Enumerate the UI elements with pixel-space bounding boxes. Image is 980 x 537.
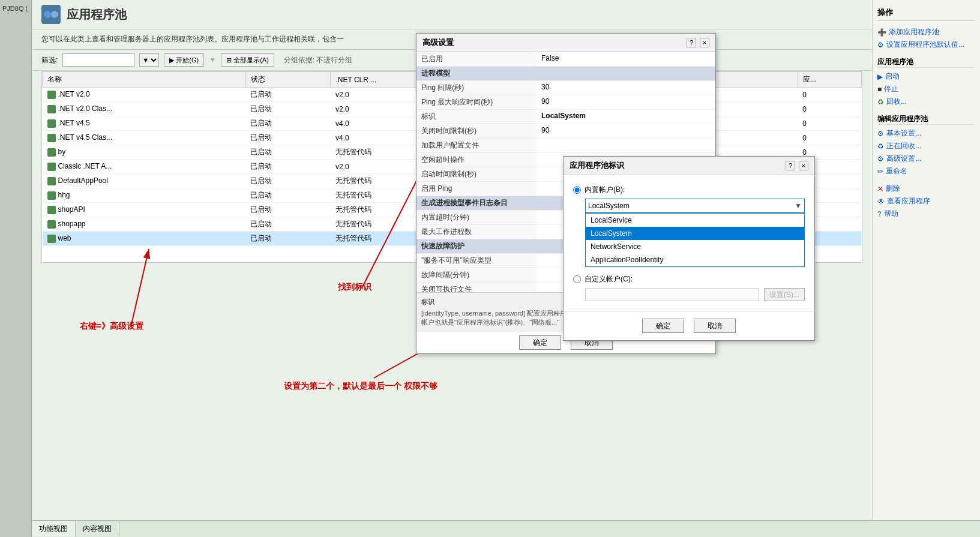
right-sidebar: 操作 ➕ 添加应用程序池 ⚙ 设置应用程序池默认值... 应用程序池 ▶ 启动 …	[872, 0, 980, 537]
cell-name: by	[43, 145, 246, 160]
view-icon: 👁	[877, 197, 885, 206]
cell-status: 已启动	[245, 145, 331, 160]
dialog-row: 已启用False	[416, 52, 715, 67]
cell-apps: 0	[798, 102, 861, 116]
recycling-link[interactable]: ♻ 正在回收...	[877, 140, 975, 152]
filter-dropdown[interactable]: ▼	[139, 53, 159, 67]
custom-input-area: 设置(S)...	[585, 288, 805, 301]
dropdown-item-localservice[interactable]: LocalService	[586, 214, 804, 227]
annotation-right-click: 右键=》高级设置	[80, 321, 143, 332]
cell-name: .NET v4.5	[43, 116, 246, 131]
right-panel-title: 操作	[877, 5, 975, 21]
identity-dialog-close-btn[interactable]: ×	[799, 161, 808, 170]
custom-label: 自定义帐户(C):	[585, 274, 633, 284]
svg-point-0	[44, 11, 51, 18]
cell-apps: 0	[798, 88, 861, 102]
advanced-dialog-close-btn[interactable]: ×	[700, 38, 709, 47]
cell-apps: 0	[798, 131, 861, 145]
cell-status: 已启动	[245, 203, 331, 217]
dropdown-header[interactable]: LocalSystem ▼	[585, 199, 805, 213]
recycle-link[interactable]: ♻ 回收...	[877, 95, 975, 108]
col-apps[interactable]: 应...	[798, 72, 861, 88]
set-button[interactable]: 设置(S)...	[764, 288, 805, 301]
cell-status: 已启动	[245, 160, 331, 174]
cell-name: shopapp	[43, 217, 246, 232]
identity-dialog-help-btn[interactable]: ?	[786, 161, 795, 170]
dialog-row: 标识LocalSystem	[416, 110, 715, 124]
svg-point-1	[51, 11, 58, 18]
content-view-tab[interactable]: 内容视图	[76, 521, 119, 536]
advanced-dialog-help-btn[interactable]: ?	[687, 38, 696, 47]
recycle-icon: ♻	[877, 98, 884, 106]
dialog-row: 加载用户配置文件	[416, 139, 715, 153]
left-strip: PJD8Q (	[0, 0, 32, 537]
identity-ok-btn[interactable]: 确定	[642, 319, 684, 333]
dialog-controls: ? ×	[687, 38, 709, 47]
dialog-section-header: 进程模型	[416, 67, 715, 81]
stop-link[interactable]: ■ 停止	[877, 83, 975, 95]
main-content: 应用程序池 您可以在此页上查看和管理服务器上的应用程序池列表。应用程序池与工作进…	[32, 0, 980, 537]
cell-status: 已启动	[245, 188, 331, 203]
filter-label: 筛选:	[41, 55, 58, 65]
add-icon: ➕	[877, 28, 886, 37]
cell-status: 已启动	[245, 131, 331, 145]
settings-icon: ⚙	[877, 41, 884, 49]
identity-cancel-btn[interactable]: 取消	[694, 319, 736, 333]
col-status[interactable]: 状态	[245, 72, 331, 88]
dropdown-list: LocalService LocalSystem NetworkService …	[585, 213, 805, 267]
col-name[interactable]: 名称	[43, 72, 246, 88]
help-link[interactable]: ? 帮助	[877, 208, 975, 220]
feature-view-tab[interactable]: 功能视图	[32, 521, 76, 536]
dialog-row: 关闭时间限制(秒)90	[416, 124, 715, 139]
dropdown-item-localsystem[interactable]: LocalSystem	[586, 227, 804, 240]
page-header: 应用程序池	[32, 0, 980, 29]
cell-status: 已启动	[245, 174, 331, 188]
builtin-label: 内置帐户(B):	[585, 185, 625, 195]
advanced-ok-btn[interactable]: 确定	[519, 335, 561, 350]
rename-icon: ✏	[877, 167, 883, 176]
dropdown-arrow-icon: ▼	[795, 202, 802, 210]
show-all-button[interactable]: ⊞ 全部显示(A)	[221, 53, 274, 67]
cell-name: shopAPI	[43, 203, 246, 217]
cell-name: .NET v2.0	[43, 88, 246, 102]
start-button[interactable]: ▶ 开始(G)	[164, 53, 204, 67]
filter-input[interactable]	[62, 53, 134, 67]
builtin-radio[interactable]	[573, 186, 581, 194]
dropdown-item-apppoolidentity[interactable]: ApplicationPoolIdentity	[586, 253, 804, 266]
identity-dialog: 应用程序池标识 ? × 内置帐户(B): LocalSystem	[563, 156, 815, 341]
view-apps-link[interactable]: 👁 查看应用程序	[877, 195, 975, 208]
dialog-row: Ping 间隔(秒)30	[416, 81, 715, 95]
custom-radio[interactable]	[573, 275, 581, 283]
builtin-radio-item: 内置帐户(B):	[573, 185, 805, 195]
pool-section-title: 应用程序池	[877, 57, 975, 68]
start-link[interactable]: ▶ 启动	[877, 70, 975, 83]
rename-link[interactable]: ✏ 重命名	[877, 165, 975, 178]
play-icon: ▶	[169, 56, 174, 64]
cell-status: 已启动	[245, 217, 331, 232]
custom-input[interactable]	[585, 288, 759, 301]
basic-settings-link[interactable]: ⚙ 基本设置...	[877, 127, 975, 140]
delete-link[interactable]: ✕ 删除	[877, 182, 975, 195]
group-by-label: 分组依据: 不进行分组	[284, 55, 353, 65]
settings-icon-3: ⚙	[877, 155, 884, 163]
cell-name: .NET v4.5 Clas...	[43, 131, 246, 145]
identity-dialog-controls: ? ×	[786, 161, 808, 170]
app-pool-header-icon	[41, 5, 61, 24]
set-defaults-link[interactable]: ⚙ 设置应用程序池默认值...	[877, 38, 975, 51]
cell-status: 已启动	[245, 116, 331, 131]
stop-icon: ■	[877, 85, 882, 94]
dropdown-item-networkservice[interactable]: NetworkService	[586, 240, 804, 253]
cell-status: 已启动	[245, 102, 331, 116]
cell-name: Classic .NET A...	[43, 160, 246, 174]
identity-footer: 确定 取消	[564, 311, 814, 340]
builtin-dropdown-area: LocalSystem ▼ LocalService LocalSystem N…	[585, 199, 805, 267]
cell-name: hhg	[43, 188, 246, 203]
add-pool-link[interactable]: ➕ 添加应用程序池	[877, 26, 975, 38]
help-icon: ?	[877, 210, 882, 218]
dialog-row: Ping 最大响应时间(秒)90	[416, 95, 715, 110]
left-label: PJD8Q (	[2, 5, 29, 12]
annotation-find-identity: 找到标识	[338, 282, 371, 293]
cell-status: 已启动	[245, 88, 331, 102]
settings-icon-2: ⚙	[877, 130, 884, 138]
advanced-settings-link[interactable]: ⚙ 高级设置...	[877, 152, 975, 165]
